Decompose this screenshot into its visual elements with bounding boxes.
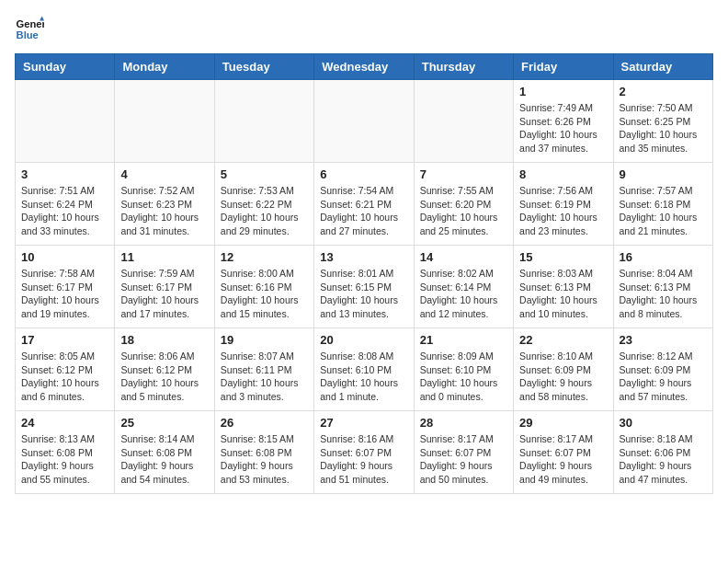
day-info: Sunrise: 7:56 AM Sunset: 6:19 PM Dayligh… [519, 184, 607, 238]
day-number: 7 [420, 167, 507, 181]
day-number: 18 [120, 333, 208, 347]
calendar-cell: 2Sunrise: 7:50 AM Sunset: 6:25 PM Daylig… [613, 80, 712, 163]
day-info: Sunrise: 8:05 AM Sunset: 6:12 PM Dayligh… [21, 350, 108, 404]
calendar-cell: 3Sunrise: 7:51 AM Sunset: 6:24 PM Daylig… [16, 163, 115, 246]
day-number: 23 [620, 333, 707, 347]
calendar-cell: 30Sunrise: 8:18 AM Sunset: 6:06 PM Dayli… [613, 411, 712, 494]
day-info: Sunrise: 8:02 AM Sunset: 6:14 PM Dayligh… [420, 267, 507, 321]
day-number: 26 [221, 416, 308, 430]
day-number: 20 [320, 333, 407, 347]
day-number: 22 [519, 333, 607, 347]
calendar-cell: 23Sunrise: 8:12 AM Sunset: 6:09 PM Dayli… [613, 328, 712, 411]
week-row-3: 10Sunrise: 7:58 AM Sunset: 6:17 PM Dayli… [16, 246, 713, 328]
weekday-header-friday: Friday [514, 54, 613, 80]
calendar-cell: 11Sunrise: 7:59 AM Sunset: 6:17 PM Dayli… [115, 246, 214, 328]
day-number: 28 [420, 416, 507, 430]
day-info: Sunrise: 8:15 AM Sunset: 6:08 PM Dayligh… [221, 432, 308, 487]
calendar-cell [414, 80, 513, 163]
weekday-header-wednesday: Wednesday [314, 54, 414, 80]
day-info: Sunrise: 8:17 AM Sunset: 6:07 PM Dayligh… [420, 432, 507, 487]
calendar-cell: 6Sunrise: 7:54 AM Sunset: 6:21 PM Daylig… [314, 163, 414, 246]
calendar-cell: 13Sunrise: 8:01 AM Sunset: 6:15 PM Dayli… [314, 246, 414, 328]
day-number: 21 [420, 333, 507, 347]
week-row-4: 17Sunrise: 8:05 AM Sunset: 6:12 PM Dayli… [16, 328, 713, 411]
calendar-cell [16, 80, 115, 163]
svg-text:Blue: Blue [17, 29, 39, 40]
calendar-cell: 5Sunrise: 7:53 AM Sunset: 6:22 PM Daylig… [214, 163, 313, 246]
day-number: 8 [519, 167, 607, 181]
day-number: 13 [320, 250, 407, 264]
calendar-cell: 15Sunrise: 8:03 AM Sunset: 6:13 PM Dayli… [514, 246, 613, 328]
weekday-header-row: SundayMondayTuesdayWednesdayThursdayFrid… [16, 54, 713, 80]
calendar-cell: 14Sunrise: 8:02 AM Sunset: 6:14 PM Dayli… [414, 246, 513, 328]
calendar-cell: 17Sunrise: 8:05 AM Sunset: 6:12 PM Dayli… [16, 328, 115, 411]
calendar-cell: 22Sunrise: 8:10 AM Sunset: 6:09 PM Dayli… [514, 328, 613, 411]
day-info: Sunrise: 8:18 AM Sunset: 6:06 PM Dayligh… [620, 432, 707, 487]
calendar-cell: 24Sunrise: 8:13 AM Sunset: 6:08 PM Dayli… [16, 411, 115, 494]
calendar-cell: 12Sunrise: 8:00 AM Sunset: 6:16 PM Dayli… [214, 246, 313, 328]
day-info: Sunrise: 8:17 AM Sunset: 6:07 PM Dayligh… [519, 432, 607, 487]
calendar-cell: 20Sunrise: 8:08 AM Sunset: 6:10 PM Dayli… [314, 328, 414, 411]
day-number: 17 [21, 333, 108, 347]
logo-icon: General Blue [15, 15, 44, 44]
day-info: Sunrise: 8:01 AM Sunset: 6:15 PM Dayligh… [320, 267, 407, 321]
day-info: Sunrise: 8:00 AM Sunset: 6:16 PM Dayligh… [221, 267, 308, 321]
calendar-cell: 16Sunrise: 8:04 AM Sunset: 6:13 PM Dayli… [613, 246, 712, 328]
calendar-cell: 27Sunrise: 8:16 AM Sunset: 6:07 PM Dayli… [314, 411, 414, 494]
week-row-5: 24Sunrise: 8:13 AM Sunset: 6:08 PM Dayli… [16, 411, 713, 494]
day-info: Sunrise: 7:54 AM Sunset: 6:21 PM Dayligh… [320, 184, 407, 238]
calendar-cell: 26Sunrise: 8:15 AM Sunset: 6:08 PM Dayli… [214, 411, 313, 494]
calendar-cell [314, 80, 414, 163]
day-info: Sunrise: 7:51 AM Sunset: 6:24 PM Dayligh… [21, 184, 108, 238]
day-number: 25 [120, 416, 208, 430]
calendar-cell [214, 80, 313, 163]
day-info: Sunrise: 8:08 AM Sunset: 6:10 PM Dayligh… [320, 350, 407, 404]
weekday-header-monday: Monday [115, 54, 214, 80]
calendar: SundayMondayTuesdayWednesdayThursdayFrid… [15, 53, 713, 494]
day-info: Sunrise: 7:57 AM Sunset: 6:18 PM Dayligh… [620, 184, 707, 238]
weekday-header-sunday: Sunday [16, 54, 115, 80]
calendar-cell: 25Sunrise: 8:14 AM Sunset: 6:08 PM Dayli… [115, 411, 214, 494]
day-info: Sunrise: 8:04 AM Sunset: 6:13 PM Dayligh… [620, 267, 707, 321]
day-info: Sunrise: 7:53 AM Sunset: 6:22 PM Dayligh… [221, 184, 308, 238]
day-info: Sunrise: 7:55 AM Sunset: 6:20 PM Dayligh… [420, 184, 507, 238]
calendar-cell: 21Sunrise: 8:09 AM Sunset: 6:10 PM Dayli… [414, 328, 513, 411]
day-number: 12 [221, 250, 308, 264]
calendar-cell: 8Sunrise: 7:56 AM Sunset: 6:19 PM Daylig… [514, 163, 613, 246]
day-info: Sunrise: 7:49 AM Sunset: 6:26 PM Dayligh… [519, 101, 607, 155]
day-number: 10 [21, 250, 108, 264]
day-info: Sunrise: 8:06 AM Sunset: 6:12 PM Dayligh… [120, 350, 208, 404]
day-info: Sunrise: 8:12 AM Sunset: 6:09 PM Dayligh… [620, 350, 707, 404]
day-number: 5 [221, 167, 308, 181]
calendar-cell: 18Sunrise: 8:06 AM Sunset: 6:12 PM Dayli… [115, 328, 214, 411]
day-number: 27 [320, 416, 407, 430]
day-number: 14 [420, 250, 507, 264]
day-number: 15 [519, 250, 607, 264]
day-number: 9 [620, 167, 707, 181]
week-row-1: 1Sunrise: 7:49 AM Sunset: 6:26 PM Daylig… [16, 80, 713, 163]
day-info: Sunrise: 7:58 AM Sunset: 6:17 PM Dayligh… [21, 267, 108, 321]
calendar-cell: 1Sunrise: 7:49 AM Sunset: 6:26 PM Daylig… [514, 80, 613, 163]
day-number: 4 [120, 167, 208, 181]
day-number: 30 [620, 416, 707, 430]
calendar-cell: 9Sunrise: 7:57 AM Sunset: 6:18 PM Daylig… [613, 163, 712, 246]
day-number: 6 [320, 167, 407, 181]
calendar-cell: 10Sunrise: 7:58 AM Sunset: 6:17 PM Dayli… [16, 246, 115, 328]
calendar-cell: 7Sunrise: 7:55 AM Sunset: 6:20 PM Daylig… [414, 163, 513, 246]
day-number: 11 [120, 250, 208, 264]
day-info: Sunrise: 8:09 AM Sunset: 6:10 PM Dayligh… [420, 350, 507, 404]
weekday-header-thursday: Thursday [414, 54, 513, 80]
day-info: Sunrise: 8:14 AM Sunset: 6:08 PM Dayligh… [120, 432, 208, 487]
calendar-cell: 28Sunrise: 8:17 AM Sunset: 6:07 PM Dayli… [414, 411, 513, 494]
day-info: Sunrise: 8:16 AM Sunset: 6:07 PM Dayligh… [320, 432, 407, 487]
week-row-2: 3Sunrise: 7:51 AM Sunset: 6:24 PM Daylig… [16, 163, 713, 246]
calendar-cell: 4Sunrise: 7:52 AM Sunset: 6:23 PM Daylig… [115, 163, 214, 246]
weekday-header-tuesday: Tuesday [214, 54, 313, 80]
calendar-cell: 19Sunrise: 8:07 AM Sunset: 6:11 PM Dayli… [214, 328, 313, 411]
day-info: Sunrise: 8:07 AM Sunset: 6:11 PM Dayligh… [221, 350, 308, 404]
day-info: Sunrise: 7:59 AM Sunset: 6:17 PM Dayligh… [120, 267, 208, 321]
day-number: 3 [21, 167, 108, 181]
day-number: 1 [519, 85, 607, 98]
day-info: Sunrise: 7:52 AM Sunset: 6:23 PM Dayligh… [120, 184, 208, 238]
logo: General Blue [15, 15, 48, 44]
